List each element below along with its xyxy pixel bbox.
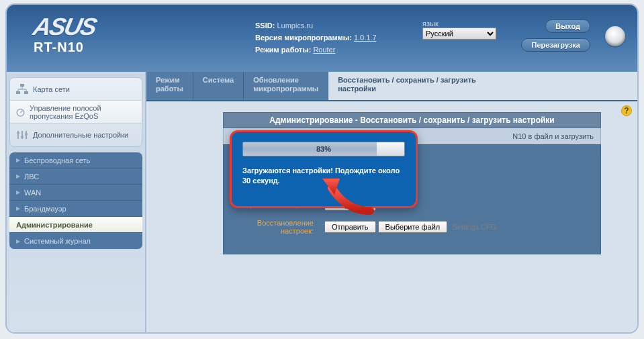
svg-point-6 xyxy=(25,133,28,136)
progress-message: Загружаются настройки! Подождите около 3… xyxy=(242,166,405,186)
sidebar: Карта сети Управление полосой пропускани… xyxy=(7,72,146,332)
nav-firewall[interactable]: ▶Брандмауэр xyxy=(9,201,142,217)
sidebar-item-ezqos[interactable]: Управление полосой пропускания EzQoS xyxy=(10,101,142,124)
restore-settings-label: Восстановление настроек: xyxy=(224,219,324,235)
lang-label: язык xyxy=(422,19,637,28)
svg-rect-2 xyxy=(24,91,28,94)
fw-label: Версия микропрограммы: xyxy=(255,34,352,42)
svg-point-4 xyxy=(17,132,19,134)
network-map-icon xyxy=(15,83,29,95)
model-name: RT-N10 xyxy=(34,40,255,55)
chosen-file: Settings.CFG xyxy=(452,223,496,231)
nav-label: Администрирование xyxy=(16,221,93,229)
nav-lan[interactable]: ▶ЛВС xyxy=(9,168,142,185)
sidebar-item-advanced[interactable]: Дополнительные настройки xyxy=(10,124,142,146)
ssid-value: Lumpics.ru xyxy=(277,21,313,30)
progress-bar: 83% xyxy=(242,142,405,156)
sidebar-item-label: Дополнительные настройки xyxy=(33,131,128,139)
nav-wireless[interactable]: ▶Беспроводная сеть xyxy=(9,152,142,168)
nav-label: ЛВС xyxy=(24,173,39,181)
tab-firmware-upgrade[interactable]: Обновление микропрограммы xyxy=(244,72,328,100)
fw-version-link[interactable]: 1.0.1.7 xyxy=(354,34,377,42)
mode-label: Режим работы: xyxy=(255,46,311,54)
nav-label: WAN xyxy=(24,189,41,197)
svg-rect-1 xyxy=(16,91,20,94)
progress-dialog: 83% Загружаются настройки! Подождите око… xyxy=(230,130,418,208)
tab-system[interactable]: Система xyxy=(193,72,244,100)
sidebar-item-network-map[interactable]: Карта сети xyxy=(10,78,142,101)
sliders-icon xyxy=(15,129,29,141)
help-icon[interactable]: ? xyxy=(621,105,632,116)
tab-operation-mode[interactable]: Режим работы xyxy=(146,72,193,100)
svg-point-5 xyxy=(21,136,24,138)
panel-title: Администрирование - Восстановить / сохра… xyxy=(223,112,601,128)
language-select[interactable]: Русский xyxy=(422,28,496,40)
tab-strip: Режим работы Система Обновление микропро… xyxy=(146,72,637,101)
logout-button[interactable]: Выход xyxy=(545,19,590,33)
header: ASUS RT-N10 SSID: Lumpics.ru Версия микр… xyxy=(7,5,637,72)
ssid-label: SSID: xyxy=(255,21,275,30)
nav-label: Беспроводная сеть xyxy=(24,156,90,164)
nav-label: Системный журнал xyxy=(24,237,91,245)
choose-file-button[interactable]: Выберите файл xyxy=(378,221,448,233)
sidebar-item-label: Управление полосой пропускания EzQoS xyxy=(30,104,136,120)
tab-restore-save-upload[interactable]: Восстановить / сохранить / загрузить нас… xyxy=(328,72,637,100)
nav-wan[interactable]: ▶WAN xyxy=(9,185,142,201)
nav-syslog[interactable]: ▶Системный журнал xyxy=(9,233,142,249)
nav-label: Брандмауэр xyxy=(24,205,66,213)
progress-percent: 83% xyxy=(243,142,404,156)
mode-link[interactable]: Router xyxy=(313,46,335,54)
gauge-icon xyxy=(15,106,26,118)
svg-rect-0 xyxy=(20,84,24,87)
submit-button[interactable]: Отправить xyxy=(324,221,376,233)
nav-administration[interactable]: ▶Администрирование xyxy=(9,217,142,233)
brand-logo: ASUS xyxy=(31,13,99,41)
assistant-icon[interactable] xyxy=(605,26,625,46)
reboot-button[interactable]: Перезагрузка xyxy=(521,38,590,52)
sidebar-item-label: Карта сети xyxy=(33,85,70,93)
